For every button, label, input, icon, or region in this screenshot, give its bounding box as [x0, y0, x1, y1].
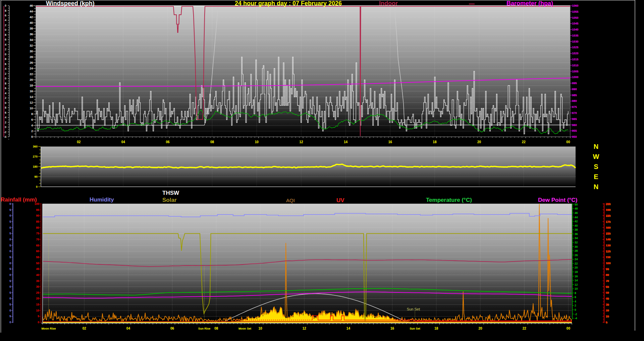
svg-text:00: 00 — [566, 140, 570, 144]
svg-text:0: 0 — [575, 308, 576, 311]
svg-text:0: 0 — [5, 77, 6, 80]
svg-text:0: 0 — [31, 135, 33, 138]
svg-text:0: 0 — [9, 285, 11, 288]
svg-text:06: 06 — [170, 327, 174, 330]
svg-text:08: 08 — [214, 327, 218, 330]
svg-text:90: 90 — [36, 214, 40, 217]
svg-text:110: 110 — [605, 255, 610, 259]
svg-text:75: 75 — [36, 232, 40, 235]
svg-text:1035: 1035 — [572, 34, 579, 37]
svg-text:2: 2 — [5, 23, 6, 27]
svg-text:5: 5 — [9, 267, 11, 271]
svg-text:360: 360 — [33, 145, 38, 148]
svg-text:6: 6 — [5, 62, 6, 66]
svg-text:0: 0 — [9, 321, 11, 324]
svg-text:50: 50 — [575, 203, 578, 206]
svg-text:980: 980 — [572, 99, 577, 103]
svg-text:0: 0 — [9, 273, 11, 277]
svg-text:28: 28 — [575, 249, 578, 252]
svg-text:-2: -2 — [4, 130, 6, 134]
svg-text:-4: -4 — [575, 317, 577, 320]
svg-text:E: E — [594, 173, 598, 180]
svg-text:5: 5 — [9, 244, 11, 247]
svg-text:200: 200 — [605, 202, 610, 206]
svg-text:0: 0 — [9, 297, 11, 300]
svg-text:1000: 1000 — [572, 75, 579, 79]
svg-text:0: 0 — [605, 321, 607, 324]
svg-text:2: 2 — [5, 121, 6, 124]
svg-text:120: 120 — [605, 249, 610, 253]
svg-text:Humidity: Humidity — [90, 196, 114, 203]
svg-text:975: 975 — [572, 105, 577, 109]
svg-text:14: 14 — [344, 140, 348, 144]
svg-text:30: 30 — [30, 50, 33, 53]
svg-text:1050: 1050 — [572, 16, 579, 19]
svg-text:12: 12 — [303, 327, 307, 330]
svg-text:44: 44 — [30, 10, 33, 13]
svg-text:Moon Rise: Moon Rise — [42, 327, 56, 330]
svg-text:Sun Set: Sun Set — [407, 307, 420, 311]
svg-text:995: 995 — [572, 81, 577, 85]
svg-text:4: 4 — [575, 300, 576, 303]
svg-text:960: 960 — [572, 123, 577, 127]
svg-text:22: 22 — [30, 72, 33, 76]
svg-text:1045: 1045 — [572, 22, 579, 25]
svg-text:1060: 1060 — [572, 4, 579, 7]
svg-text:26: 26 — [575, 253, 578, 257]
svg-text:08: 08 — [210, 140, 214, 144]
svg-text:-4: -4 — [4, 135, 6, 138]
svg-text:70: 70 — [36, 238, 40, 241]
svg-text:18: 18 — [30, 84, 33, 87]
svg-text:26: 26 — [30, 61, 33, 64]
svg-text:0: 0 — [5, 125, 6, 129]
svg-text:22: 22 — [575, 262, 578, 265]
svg-text:16: 16 — [30, 90, 33, 93]
svg-text:22: 22 — [523, 327, 527, 330]
svg-text:10: 10 — [255, 140, 259, 144]
svg-text:170: 170 — [605, 220, 610, 223]
svg-text:40: 40 — [30, 21, 33, 24]
svg-text:Sun Set: Sun Set — [410, 327, 420, 330]
svg-text:42: 42 — [575, 220, 578, 223]
svg-text:4: 4 — [5, 43, 6, 46]
svg-text:24: 24 — [30, 67, 33, 70]
svg-text:UV: UV — [336, 197, 344, 204]
svg-text:1055: 1055 — [572, 10, 579, 13]
svg-text:25: 25 — [36, 291, 40, 294]
svg-text:1030: 1030 — [572, 40, 579, 43]
svg-text:Dew Point (°C): Dew Point (°C) — [538, 197, 577, 203]
svg-text:955: 955 — [572, 129, 577, 132]
svg-text:1020: 1020 — [572, 52, 579, 55]
svg-text:16: 16 — [388, 140, 392, 144]
svg-text:36: 36 — [575, 232, 578, 236]
svg-text:02: 02 — [83, 327, 87, 330]
svg-text:10: 10 — [605, 315, 609, 318]
svg-text:30: 30 — [605, 303, 609, 306]
svg-text:12: 12 — [575, 283, 578, 286]
svg-text:180: 180 — [605, 214, 610, 217]
svg-text:90: 90 — [35, 175, 38, 178]
svg-text:35: 35 — [36, 279, 40, 283]
svg-text:-2: -2 — [575, 312, 577, 316]
svg-text:5: 5 — [9, 208, 11, 212]
svg-text:270: 270 — [33, 155, 38, 158]
svg-text:24 hour graph day : 07 Februar: 24 hour graph day : 07 February 2026 — [235, 0, 342, 7]
svg-text:50: 50 — [605, 291, 609, 294]
svg-text:5: 5 — [9, 303, 11, 306]
svg-text:0: 0 — [5, 53, 6, 56]
svg-text:150: 150 — [605, 232, 610, 235]
svg-text:N: N — [594, 183, 598, 190]
svg-text:5: 5 — [9, 255, 11, 259]
svg-text:20: 20 — [478, 327, 482, 330]
svg-text:90: 90 — [605, 267, 609, 271]
svg-text:60: 60 — [605, 285, 609, 288]
svg-text:44: 44 — [575, 216, 578, 219]
svg-text:04: 04 — [126, 327, 130, 330]
svg-text:THSW: THSW — [162, 190, 179, 196]
svg-text:85: 85 — [36, 220, 40, 223]
svg-text:5: 5 — [9, 291, 11, 294]
svg-text:40: 40 — [575, 224, 578, 227]
svg-text:6: 6 — [5, 87, 6, 90]
svg-text:6: 6 — [5, 14, 6, 17]
svg-text:30: 30 — [575, 245, 578, 248]
